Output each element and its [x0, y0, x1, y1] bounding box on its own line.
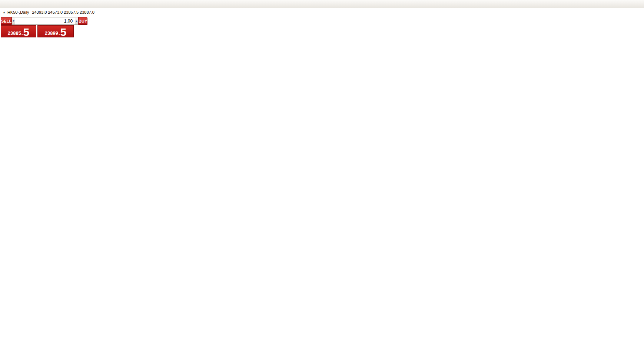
buy-price-last-digit: 5	[60, 28, 67, 36]
buy-price-panel[interactable]: 23899.5	[37, 25, 74, 37]
buy-button[interactable]: BUY	[78, 17, 87, 25]
chart-title: ▲ HK50-,Daily 24393.0 24573.0 23857.5 23…	[3, 10, 94, 14]
sell-price-panel[interactable]: 23885.5	[1, 25, 36, 37]
buy-price-dot: .	[59, 31, 60, 36]
collapse-ohlc-icon[interactable]: ▲	[3, 11, 6, 14]
volume-up-button[interactable]: ▲	[75, 17, 78, 25]
sell-price-dot: .	[21, 31, 23, 36]
sell-button[interactable]: SELL	[1, 17, 12, 25]
sell-price: 23885	[8, 31, 21, 36]
ohlc-values: 24393.0 24573.0 23857.5 23887.0	[32, 10, 94, 14]
volume-input[interactable]	[15, 17, 75, 25]
mt4-window: ▲ HK50-,Daily 24393.0 24573.0 23857.5 23…	[0, 0, 644, 350]
volume-down-button[interactable]: ▼	[12, 17, 15, 25]
symbol-period-label: HK50-,Daily	[7, 10, 29, 14]
chart-canvas[interactable]	[0, 0, 644, 350]
one-click-trade-panel: SELL ▼ ▲ BUY 23885.5 23899.5	[1, 17, 74, 37]
buy-price: 23899	[45, 31, 58, 36]
main-toolbar	[0, 0, 644, 8]
sell-price-last-digit: 5	[23, 28, 30, 36]
